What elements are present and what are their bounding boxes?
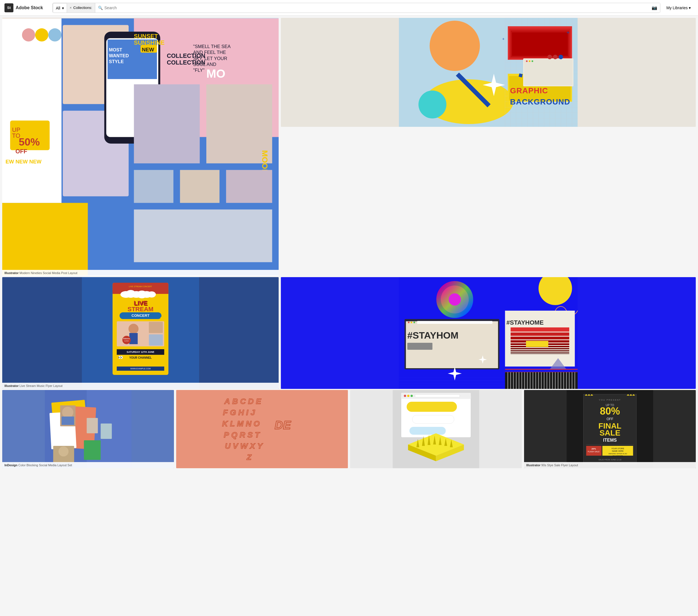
svg-point-42 [430,21,480,71]
svg-text:EW NEW NEW: EW NEW NEW [5,159,42,165]
svg-point-94 [553,55,558,59]
svg-text:80%: 80% [600,405,620,417]
svg-text:PQRST: PQRST [224,430,262,439]
svg-text:#STAYHOM: #STAYHOM [407,330,458,341]
search-icon: 🔍 [98,5,103,10]
tile-social-media-desc: Modern Nineties Social Media Post Layout [19,271,77,275]
svg-rect-38 [180,170,220,203]
svg-rect-85 [524,59,573,85]
svg-rect-221 [407,402,457,412]
svg-rect-81 [512,32,568,56]
svg-rect-142 [511,327,569,332]
row-2: LIVE STREAM CONCERT LIVE STREAM CONCERT [2,277,696,389]
remove-collections-button[interactable]: × [70,6,72,10]
svg-point-88 [532,60,533,62]
svg-text:STREAM: STREAM [128,306,154,313]
svg-rect-39 [226,170,272,203]
svg-point-135 [408,321,409,323]
tile-sale-desc: 90s Stye Sale Flyer Layout [541,464,578,467]
adobe-logo-icon: St [4,3,13,12]
svg-text:LIVE STREAM CONCERT: LIVE STREAM CONCERT [129,286,152,287]
svg-rect-116 [149,322,163,333]
svg-point-18 [35,28,48,41]
tile-sale-flyer[interactable]: YOU PRESENT UP TO 80% OFF FINAL SALE ITE… [524,390,696,468]
svg-text:"FLY": "FLY" [193,68,205,73]
tile-sale-label: Illustrator 90s Stye Sale Flyer Layout [524,462,696,468]
svg-rect-138 [417,321,492,324]
tile-colorblock-label: InDesign Color Blocking Social Media Lay… [2,462,174,468]
tile-stayhome[interactable]: #STAYHOM #STAY [281,277,696,389]
svg-text:STYLE: STYLE [109,59,124,64]
svg-rect-223 [409,427,446,435]
my-libraries-button[interactable]: My Libraries ▾ [664,4,694,12]
tile-colorblock[interactable]: InDesign Color Blocking Social Media Lay… [2,390,174,468]
my-libraries-label: My Libraries [667,5,688,10]
tile-graphic-bg[interactable]: GRAPHIC BACKGROUND + + [281,18,696,127]
svg-text:↖: ↖ [160,316,163,320]
main-content: MOST WANTED STYLE NEW COLLECTION COLLECT… [0,16,698,471]
search-input[interactable] [104,5,650,10]
tile-social-media[interactable]: MOST WANTED STYLE NEW COLLECTION COLLECT… [2,18,279,276]
svg-text:ITEMS: ITEMS [603,438,617,442]
svg-point-217 [404,395,406,397]
svg-rect-195 [101,424,112,439]
svg-text:DE: DE [275,419,292,432]
svg-text:SKY, LET YOUR: SKY, LET YOUR [193,56,227,61]
svg-point-198 [59,447,69,456]
svg-rect-151 [511,353,569,354]
camera-search-icon[interactable]: 📷 [652,5,657,10]
svg-text:+: + [502,37,504,41]
search-input-wrap[interactable]: 🔍 📷 [95,3,660,13]
tile-livestream-desc: Live Stream Music Flyer Layout [19,384,62,387]
app-name: Adobe Stock [16,5,43,10]
search-bar[interactable]: All ▾ × Collections: 🔍 📷 [53,3,660,13]
tile-livestream[interactable]: LIVE STREAM CONCERT LIVE STREAM CONCERT [2,277,279,389]
tile-livestream-app: Illustrator [4,384,19,387]
filter-dropdown[interactable]: All ▾ [53,3,67,13]
svg-rect-3 [2,203,88,275]
tile-colorblock-app: InDesign [4,464,17,467]
svg-text:NEW: NEW [142,47,154,53]
svg-rect-40 [134,209,272,262]
svg-point-137 [414,321,415,323]
svg-text:+: + [567,30,570,36]
svg-text:Roberta: Roberta [123,338,130,339]
svg-rect-150 [511,352,569,353]
svg-point-136 [411,321,413,323]
svg-point-87 [529,60,530,62]
row-3: InDesign Color Blocking Social Media Lay… [2,390,696,468]
svg-text:MOST: MOST [109,47,122,52]
svg-text:BACKGROUND: BACKGROUND [510,97,570,106]
app-header: St Adobe Stock All ▾ × Collections: 🔍 📷 … [0,0,698,16]
filter-label: All [56,6,60,10]
tile-social-media-label: Illustrator Modern Nineties Social Media… [2,270,279,276]
tile-colorblock-desc: Color Blocking Social Media Layout Set [18,464,72,467]
svg-rect-140 [407,343,432,350]
svg-text:Z: Z [247,453,254,462]
tile-3d-chat[interactable] [350,390,522,468]
tile-alphabet[interactable]: ABCDE ABCDE FGHIJ FGHIJ KLMNO KLMNO PQRS… [176,390,348,468]
tile-sale-app: Illustrator [526,464,541,467]
svg-text:FLASH SALE: FLASH SALE [588,451,600,453]
svg-text:"SMELL THE SEA: "SMELL THE SEA [193,44,231,49]
svg-point-17 [22,28,35,41]
tile-social-media-app: Illustrator [4,271,19,275]
svg-text:YOU PRESENT: YOU PRESENT [599,399,621,401]
svg-text:CONCERT: CONCERT [131,313,149,318]
svg-text:OFF: OFF [607,417,613,421]
row-1: MOST WANTED STYLE NEW COLLECTION COLLECT… [2,18,696,276]
svg-text:SUNSHINE: SUNSHINE [134,39,165,46]
svg-text:AMAZING OFFER ALSO: AMAZING OFFER ALSO [609,453,627,454]
svg-text:UVWXY: UVWXY [225,442,265,450]
svg-text:WANTED: WANTED [109,53,129,58]
svg-point-86 [526,60,528,62]
tile-livestream-label: Illustrator Live Stream Music Flyer Layo… [2,383,279,389]
svg-rect-115 [129,333,138,344]
svg-text:SALE: SALE [599,428,620,437]
svg-rect-33 [134,84,200,163]
svg-text:SUNSET: SUNSET [134,33,158,39]
svg-text:VALID FROM JUNE 12-20: VALID FROM JUNE 12-20 [598,459,621,461]
svg-text:#STAYHOME: #STAYHOME [506,319,544,326]
svg-text:ABCDE: ABCDE [224,397,264,406]
svg-text:👀: 👀 [118,355,123,360]
